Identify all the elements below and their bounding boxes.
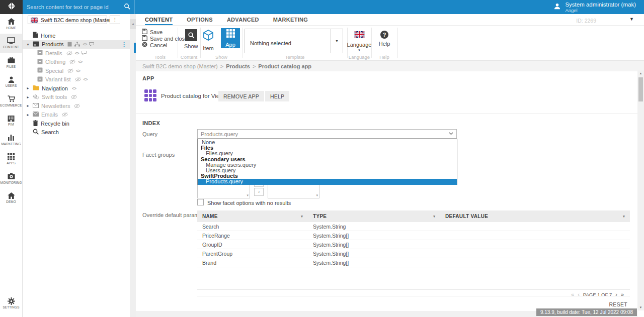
column-type[interactable]: TYPE▾ (308, 214, 440, 219)
tab-advanced[interactable]: ADVANCED (227, 14, 259, 25)
remove-app-button[interactable]: REMOVE APP (218, 91, 264, 101)
listbox-caret-icon: ▾ (316, 193, 318, 197)
show-facet-options-checkbox[interactable] (197, 199, 204, 205)
group-label-content: Content (178, 54, 200, 60)
dropdown-option-manage-users-query[interactable]: Manage users.query (198, 162, 457, 168)
filter-caret-icon[interactable]: ▾ (623, 215, 625, 219)
cancel-button[interactable]: Cancel (142, 42, 167, 48)
dynamicweb-logo-icon (7, 2, 16, 13)
help-button[interactable]: ? Help (376, 31, 392, 47)
item-button[interactable]: Item (202, 29, 214, 51)
eye-off-icon (74, 103, 80, 109)
table-row[interactable]: Search System.String (197, 222, 630, 231)
collapse-ribbon-icon[interactable]: ▼ (629, 17, 634, 22)
uk-flag-icon (354, 31, 365, 40)
scroll-down-icon[interactable]: ▼ (637, 304, 644, 310)
scroll-thumb[interactable] (638, 77, 643, 101)
table-row[interactable]: Brand System.String[] (197, 258, 630, 267)
facet-remove-button[interactable]: ‹ (254, 188, 264, 196)
tree-item-variant-list[interactable]: Variant list <> (23, 75, 130, 84)
tree-item-search[interactable]: Search (23, 128, 130, 137)
table-row[interactable]: PriceRange System.String[] (197, 231, 630, 240)
logo[interactable] (0, 0, 23, 14)
sidebar-item-apps[interactable]: APPS (0, 150, 22, 169)
expand-caret-icon[interactable]: ▸ (26, 103, 30, 108)
save-icon (142, 29, 147, 35)
expand-caret-icon[interactable]: ▸ (26, 113, 30, 117)
query-label: Query (142, 131, 157, 137)
breadcrumb-parent[interactable]: Products (226, 63, 250, 69)
search-input[interactable] (27, 4, 124, 10)
collapse-tree-handle[interactable]: ◄ (130, 19, 136, 29)
code-icon: <> (78, 59, 82, 64)
tree-item-navigation[interactable]: ▸ Navigation <> (23, 84, 130, 93)
reset-button[interactable]: RESET (609, 301, 630, 307)
tab-marketing[interactable]: MARKETING (273, 14, 308, 25)
sidebar-item-ecommerce[interactable]: ECOMMERCE (0, 91, 22, 111)
sidebar-item-content[interactable]: CONTENT (0, 34, 22, 53)
dropdown-option-files-query[interactable]: Files.query (198, 151, 457, 156)
code-icon: <> (76, 68, 80, 73)
expand-caret-icon[interactable]: ▾ (26, 42, 30, 47)
search-icon[interactable] (124, 3, 130, 12)
table-row[interactable]: ParentGroup System.String[] (197, 249, 630, 258)
screen-icon (33, 41, 39, 48)
vertical-scrollbar[interactable]: ▲ ▼ (637, 70, 644, 310)
tree-item-products[interactable]: ▾ Products <> ⋮ (23, 40, 130, 49)
save-and-close-button[interactable]: Save and close (142, 35, 188, 42)
tree-item-swift-tools[interactable]: ▸ Swift tools (23, 93, 130, 102)
cancel-icon (142, 42, 147, 48)
sidebar-item-pim[interactable]: PIM (0, 111, 22, 131)
comment-icon (82, 51, 87, 55)
tree-item-home[interactable]: Home (23, 31, 130, 40)
eye-off-icon (62, 112, 68, 117)
app-button[interactable]: App (221, 28, 240, 48)
sidebar-item-users[interactable]: USERS (0, 72, 22, 92)
app-grid-icon (226, 29, 235, 40)
group-label-language: Language (347, 54, 371, 60)
trash-icon (33, 120, 38, 127)
user-menu[interactable]: System administrator (mak) Angel (553, 0, 636, 14)
tree-item-newsletters[interactable]: ▸ Newsletters (23, 101, 130, 111)
sidebar-item-demo[interactable]: DEMO (0, 188, 22, 208)
filter-caret-icon[interactable]: ▾ (301, 215, 303, 219)
sidebar-item-home[interactable]: HOME (0, 14, 22, 34)
breadcrumb-root[interactable]: Swift B2C demo shop (Master) (142, 63, 218, 69)
tab-content[interactable]: CONTENT (145, 14, 173, 25)
query-select[interactable]: Products.query (197, 129, 457, 139)
sidebar-item-marketing[interactable]: MARKETING (0, 130, 22, 150)
language-button[interactable]: Language ▼ (350, 31, 368, 52)
sidebar-item-monitoring[interactable]: MONITORING (0, 169, 22, 188)
group-label-template: Template (243, 54, 347, 60)
tree-item-special[interactable]: Special <> (23, 66, 130, 75)
tree-item-emails[interactable]: ▸ Emails (23, 111, 130, 120)
sidebar-item-files[interactable]: FILES (0, 53, 22, 72)
dropdown-option-none[interactable]: None (198, 140, 457, 145)
help-app-button[interactable]: HELP (265, 91, 289, 101)
tree-item-recycle-bin[interactable]: Recycle bin (23, 119, 130, 128)
save-button[interactable]: Save (142, 29, 163, 35)
envelope-filled-icon (33, 112, 39, 118)
briefcase-icon (7, 57, 15, 64)
sidebar-item-settings[interactable]: SETTINGS (0, 294, 22, 313)
website-menu-button[interactable]: ⋮ (110, 16, 120, 24)
tree-item-clothing[interactable]: Clothing <> (23, 58, 130, 67)
column-default-value[interactable]: DEFAULT VALUE▾ (440, 214, 630, 219)
scroll-up-icon[interactable]: ▲ (637, 70, 644, 76)
website-selector[interactable]: Swift B2C demo shop (Master) ▾ (28, 16, 107, 24)
envelope-icon (33, 103, 39, 109)
tab-options[interactable]: OPTIONS (187, 14, 213, 25)
expand-caret-icon[interactable]: ▸ (26, 86, 30, 90)
dropdown-option-products-query[interactable]: Products.query (198, 179, 457, 184)
expand-caret-icon[interactable]: ▸ (26, 95, 30, 99)
main-content: APP Product catalog for ViewModel REMOVE… (136, 71, 637, 311)
table-row[interactable]: GroupID System.String[] (197, 240, 630, 249)
tree-item-details[interactable]: Details <> (23, 49, 130, 58)
template-dropdown[interactable]: Nothing selected ▼ (245, 29, 343, 53)
filter-caret-icon[interactable]: ▾ (433, 215, 435, 219)
column-name[interactable]: NAME▾ (197, 214, 308, 219)
code-icon: <> (83, 42, 87, 47)
show-button[interactable]: Show (184, 29, 198, 49)
row-kebab-icon[interactable]: ⋮ (121, 41, 127, 48)
subpage-icon (37, 76, 43, 83)
